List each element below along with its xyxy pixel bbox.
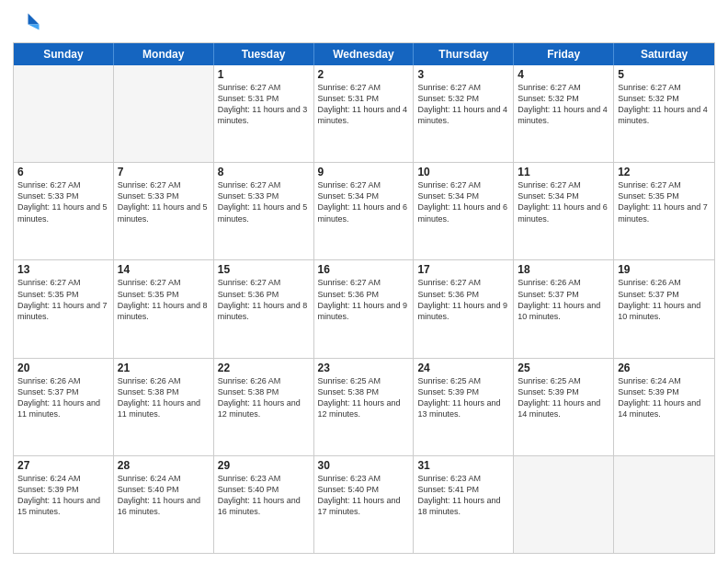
day-info: Sunrise: 6:27 AM Sunset: 5:36 PM Dayligh… (318, 277, 410, 322)
calendar-header: SundayMondayTuesdayWednesdayThursdayFrid… (14, 43, 714, 65)
day-info: Sunrise: 6:26 AM Sunset: 5:37 PM Dayligh… (17, 375, 109, 420)
day-number: 21 (118, 362, 210, 374)
day-info: Sunrise: 6:25 AM Sunset: 5:38 PM Dayligh… (318, 375, 410, 420)
day-cell-8: 8Sunrise: 6:27 AM Sunset: 5:33 PM Daylig… (214, 163, 314, 259)
day-cell-17: 17Sunrise: 6:27 AM Sunset: 5:36 PM Dayli… (414, 260, 514, 357)
header (13, 9, 715, 37)
day-number: 19 (618, 263, 711, 276)
day-info: Sunrise: 6:27 AM Sunset: 5:32 PM Dayligh… (518, 82, 609, 127)
day-info: Sunrise: 6:27 AM Sunset: 5:32 PM Dayligh… (618, 82, 711, 127)
day-cell-27: 27Sunrise: 6:24 AM Sunset: 5:39 PM Dayli… (14, 456, 114, 553)
day-info: Sunrise: 6:27 AM Sunset: 5:31 PM Dayligh… (318, 82, 410, 127)
day-number: 1 (218, 68, 310, 81)
day-number: 10 (417, 166, 509, 178)
day-info: Sunrise: 6:24 AM Sunset: 5:39 PM Dayligh… (618, 375, 711, 420)
day-cell-24: 24Sunrise: 6:25 AM Sunset: 5:39 PM Dayli… (414, 359, 514, 455)
day-number: 3 (417, 68, 509, 81)
day-info: Sunrise: 6:26 AM Sunset: 5:37 PM Dayligh… (618, 277, 711, 322)
day-number: 9 (318, 166, 410, 178)
day-number: 28 (118, 459, 210, 472)
day-number: 12 (618, 166, 711, 178)
day-cell-11: 11Sunrise: 6:27 AM Sunset: 5:34 PM Dayli… (514, 163, 614, 259)
day-number: 22 (218, 362, 310, 374)
empty-cell (14, 65, 114, 162)
day-cell-6: 6Sunrise: 6:27 AM Sunset: 5:33 PM Daylig… (14, 163, 114, 259)
day-cell-5: 5Sunrise: 6:27 AM Sunset: 5:32 PM Daylig… (614, 65, 714, 162)
day-cell-1: 1Sunrise: 6:27 AM Sunset: 5:31 PM Daylig… (214, 65, 314, 162)
header-day-sunday: Sunday (14, 43, 114, 65)
day-number: 18 (518, 263, 609, 276)
calendar-row-2: 13Sunrise: 6:27 AM Sunset: 5:35 PM Dayli… (14, 259, 714, 357)
day-number: 2 (318, 68, 410, 81)
day-number: 24 (417, 362, 509, 374)
day-info: Sunrise: 6:23 AM Sunset: 5:40 PM Dayligh… (218, 473, 310, 518)
logo-icon (13, 9, 40, 37)
day-cell-29: 29Sunrise: 6:23 AM Sunset: 5:40 PM Dayli… (214, 456, 314, 553)
day-cell-20: 20Sunrise: 6:26 AM Sunset: 5:37 PM Dayli… (14, 359, 114, 455)
day-cell-15: 15Sunrise: 6:27 AM Sunset: 5:36 PM Dayli… (214, 260, 314, 357)
day-cell-9: 9Sunrise: 6:27 AM Sunset: 5:34 PM Daylig… (314, 163, 415, 259)
day-cell-3: 3Sunrise: 6:27 AM Sunset: 5:32 PM Daylig… (414, 65, 514, 162)
day-cell-31: 31Sunrise: 6:23 AM Sunset: 5:41 PM Dayli… (414, 456, 514, 553)
day-info: Sunrise: 6:25 AM Sunset: 5:39 PM Dayligh… (417, 375, 509, 420)
day-number: 27 (17, 459, 109, 472)
day-info: Sunrise: 6:27 AM Sunset: 5:34 PM Dayligh… (318, 179, 410, 224)
day-number: 17 (417, 263, 509, 276)
day-info: Sunrise: 6:27 AM Sunset: 5:33 PM Dayligh… (17, 179, 109, 224)
day-number: 14 (118, 263, 210, 276)
day-cell-4: 4Sunrise: 6:27 AM Sunset: 5:32 PM Daylig… (514, 65, 614, 162)
day-number: 29 (218, 459, 310, 472)
page: SundayMondayTuesdayWednesdayThursdayFrid… (0, 0, 728, 563)
empty-cell (614, 456, 714, 553)
day-cell-13: 13Sunrise: 6:27 AM Sunset: 5:35 PM Dayli… (14, 260, 114, 357)
calendar-body: 1Sunrise: 6:27 AM Sunset: 5:31 PM Daylig… (14, 65, 714, 553)
day-cell-7: 7Sunrise: 6:27 AM Sunset: 5:33 PM Daylig… (114, 163, 214, 259)
day-number: 4 (518, 68, 609, 81)
calendar-row-3: 20Sunrise: 6:26 AM Sunset: 5:37 PM Dayli… (14, 358, 714, 455)
calendar-row-1: 6Sunrise: 6:27 AM Sunset: 5:33 PM Daylig… (14, 162, 714, 259)
day-number: 16 (318, 263, 410, 276)
day-number: 11 (518, 166, 609, 178)
day-cell-19: 19Sunrise: 6:26 AM Sunset: 5:37 PM Dayli… (614, 260, 714, 357)
day-number: 30 (318, 459, 410, 472)
day-cell-2: 2Sunrise: 6:27 AM Sunset: 5:31 PM Daylig… (314, 65, 415, 162)
day-cell-25: 25Sunrise: 6:25 AM Sunset: 5:39 PM Dayli… (514, 359, 614, 455)
day-info: Sunrise: 6:24 AM Sunset: 5:39 PM Dayligh… (17, 473, 109, 518)
header-day-monday: Monday (114, 43, 214, 65)
day-info: Sunrise: 6:27 AM Sunset: 5:36 PM Dayligh… (218, 277, 310, 322)
calendar-row-0: 1Sunrise: 6:27 AM Sunset: 5:31 PM Daylig… (14, 65, 714, 162)
day-info: Sunrise: 6:24 AM Sunset: 5:40 PM Dayligh… (118, 473, 210, 518)
day-info: Sunrise: 6:25 AM Sunset: 5:39 PM Dayligh… (518, 375, 609, 420)
day-number: 8 (218, 166, 310, 178)
day-number: 6 (17, 166, 109, 178)
day-cell-22: 22Sunrise: 6:26 AM Sunset: 5:38 PM Dayli… (214, 359, 314, 455)
day-info: Sunrise: 6:27 AM Sunset: 5:33 PM Dayligh… (118, 179, 210, 224)
calendar-row-4: 27Sunrise: 6:24 AM Sunset: 5:39 PM Dayli… (14, 455, 714, 553)
day-info: Sunrise: 6:23 AM Sunset: 5:41 PM Dayligh… (417, 473, 509, 518)
day-number: 15 (218, 263, 310, 276)
header-day-friday: Friday (514, 43, 614, 65)
day-info: Sunrise: 6:27 AM Sunset: 5:34 PM Dayligh… (417, 179, 509, 224)
day-cell-28: 28Sunrise: 6:24 AM Sunset: 5:40 PM Dayli… (114, 456, 214, 553)
header-day-wednesday: Wednesday (314, 43, 415, 65)
day-cell-10: 10Sunrise: 6:27 AM Sunset: 5:34 PM Dayli… (414, 163, 514, 259)
empty-cell (114, 65, 214, 162)
day-info: Sunrise: 6:27 AM Sunset: 5:33 PM Dayligh… (218, 179, 310, 224)
day-info: Sunrise: 6:27 AM Sunset: 5:35 PM Dayligh… (618, 179, 711, 224)
day-number: 13 (17, 263, 109, 276)
day-cell-14: 14Sunrise: 6:27 AM Sunset: 5:35 PM Dayli… (114, 260, 214, 357)
day-cell-16: 16Sunrise: 6:27 AM Sunset: 5:36 PM Dayli… (314, 260, 415, 357)
day-cell-18: 18Sunrise: 6:26 AM Sunset: 5:37 PM Dayli… (514, 260, 614, 357)
day-number: 26 (618, 362, 711, 374)
day-info: Sunrise: 6:27 AM Sunset: 5:35 PM Dayligh… (118, 277, 210, 322)
day-cell-21: 21Sunrise: 6:26 AM Sunset: 5:38 PM Dayli… (114, 359, 214, 455)
header-day-thursday: Thursday (414, 43, 514, 65)
day-info: Sunrise: 6:26 AM Sunset: 5:38 PM Dayligh… (118, 375, 210, 420)
day-number: 23 (318, 362, 410, 374)
day-info: Sunrise: 6:27 AM Sunset: 5:34 PM Dayligh… (518, 179, 609, 224)
day-cell-30: 30Sunrise: 6:23 AM Sunset: 5:40 PM Dayli… (314, 456, 415, 553)
day-info: Sunrise: 6:23 AM Sunset: 5:40 PM Dayligh… (318, 473, 410, 518)
day-info: Sunrise: 6:27 AM Sunset: 5:35 PM Dayligh… (17, 277, 109, 322)
day-cell-23: 23Sunrise: 6:25 AM Sunset: 5:38 PM Dayli… (314, 359, 415, 455)
header-day-saturday: Saturday (614, 43, 714, 65)
